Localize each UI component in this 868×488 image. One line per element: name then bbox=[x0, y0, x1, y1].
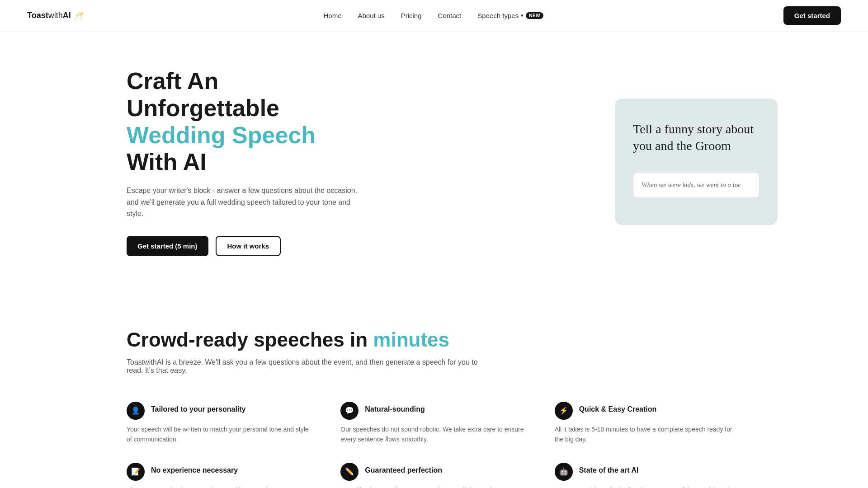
hero-description: Escape your writer's block - answer a fe… bbox=[127, 185, 362, 220]
how-it-works-button[interactable]: How it works bbox=[216, 236, 281, 256]
feature-quick-title: Quick & Easy Creation bbox=[579, 402, 657, 413]
nav-link-contact[interactable]: Contact bbox=[438, 12, 462, 19]
chevron-down-icon: ▾ bbox=[521, 13, 524, 19]
nav-link-pricing[interactable]: Pricing bbox=[401, 12, 422, 19]
features-heading: Crowd-ready speeches in minutes bbox=[127, 328, 741, 351]
feature-state-of-art-title: State of the art AI bbox=[579, 463, 639, 474]
logo-text: ToastwithAI bbox=[27, 11, 71, 20]
nav-link-about[interactable]: About us bbox=[358, 12, 384, 19]
feature-no-experience-desc: There's no need to have experience writi… bbox=[127, 485, 313, 488]
hero-section: Craft An Unforgettable Wedding Speech Wi… bbox=[0, 32, 868, 292]
nav-get-started-button[interactable]: Get started bbox=[783, 6, 841, 25]
navbar: ToastwithAI 🥂 Home About us Pricing Cont… bbox=[0, 0, 868, 32]
quick-icon: ⚡ bbox=[555, 402, 573, 420]
feature-natural-desc: Our speeches do not sound robotic. We ta… bbox=[340, 424, 527, 445]
nav-link-home[interactable]: Home bbox=[323, 12, 341, 19]
feature-natural: 💬 Natural-sounding Our speeches do not s… bbox=[340, 402, 527, 445]
feature-personality-desc: Your speech will be written to match you… bbox=[127, 424, 313, 445]
feature-perfection: ✏️ Guaranteed perfection Don't like the … bbox=[340, 463, 527, 488]
feature-perfection-desc: Don't like the speech we generated? Just… bbox=[340, 485, 527, 488]
feature-personality-title: Tailored to your personality bbox=[151, 402, 246, 413]
natural-icon: 💬 bbox=[340, 402, 359, 420]
feature-no-experience-title: No experience necessary bbox=[151, 463, 238, 474]
hero-buttons: Get started (5 min) How it works bbox=[127, 236, 362, 256]
feature-quick-desc: All it takes is 5-10 minutes to have a c… bbox=[555, 424, 741, 445]
feature-quick: ⚡ Quick & Easy Creation All it takes is … bbox=[555, 402, 741, 445]
hero-title: Craft An Unforgettable Wedding Speech Wi… bbox=[127, 68, 362, 176]
state-of-art-icon: 🤖 bbox=[555, 463, 573, 481]
new-badge: NEW bbox=[526, 12, 543, 19]
features-description: ToastwithAI is a breeze. We'll ask you a… bbox=[127, 358, 479, 375]
hero-card-title: Tell a funny story about you and the Gro… bbox=[633, 121, 760, 154]
hero-card-input-preview: When we were kids, we went to a loc bbox=[633, 172, 760, 198]
feature-state-of-art: 🤖 State of the art AI Every speech is cr… bbox=[555, 463, 741, 488]
features-section: Crowd-ready speeches in minutes Toastwit… bbox=[0, 292, 868, 488]
feature-perfection-title: Guaranteed perfection bbox=[365, 463, 442, 474]
no-experience-icon: 📝 bbox=[127, 463, 145, 481]
feature-personality: 👤 Tailored to your personality Your spee… bbox=[127, 402, 313, 445]
nav-link-speech-types[interactable]: Speech types ▾ NEW bbox=[477, 12, 543, 19]
personality-icon: 👤 bbox=[127, 402, 145, 420]
site-logo[interactable]: ToastwithAI 🥂 bbox=[27, 11, 84, 21]
feature-state-of-art-desc: Every speech is crafted using the most p… bbox=[555, 485, 741, 488]
features-grid: 👤 Tailored to your personality Your spee… bbox=[127, 402, 741, 488]
nav-links: Home About us Pricing Contact Speech typ… bbox=[323, 12, 543, 19]
feature-no-experience: 📝 No experience necessary There's no nee… bbox=[127, 463, 313, 488]
hero-content: Craft An Unforgettable Wedding Speech Wi… bbox=[127, 68, 362, 256]
perfection-icon: ✏️ bbox=[340, 463, 359, 481]
feature-natural-title: Natural-sounding bbox=[365, 402, 425, 413]
logo-emoji: 🥂 bbox=[74, 11, 84, 21]
hero-demo-card: Tell a funny story about you and the Gro… bbox=[615, 99, 778, 225]
get-started-button[interactable]: Get started (5 min) bbox=[127, 236, 208, 256]
